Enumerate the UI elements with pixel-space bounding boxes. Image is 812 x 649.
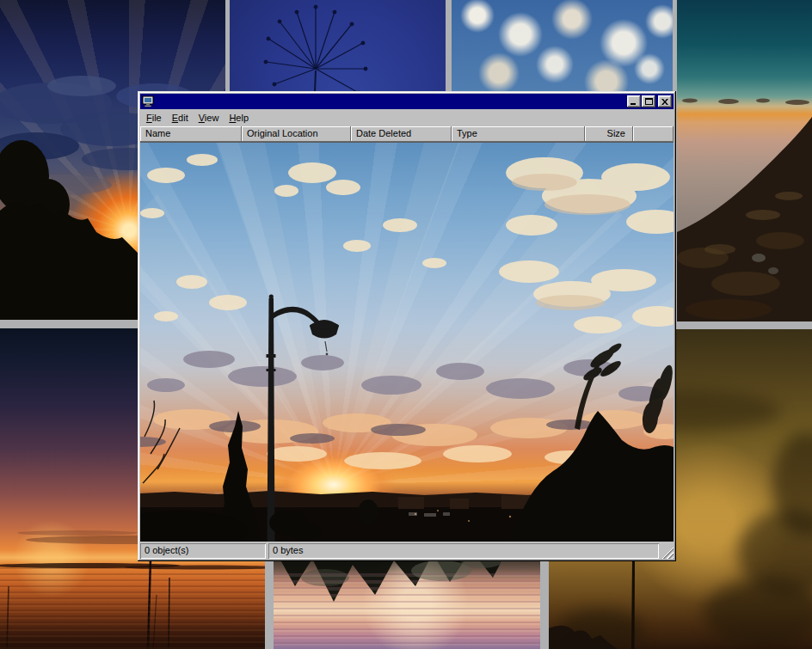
close-icon xyxy=(661,99,668,105)
column-header-size[interactable]: Size xyxy=(585,126,633,142)
resize-grip[interactable] xyxy=(661,547,674,559)
sunset-photo-art xyxy=(140,143,674,542)
computer-icon xyxy=(142,95,154,107)
status-bar: 0 object(s) 0 bytes xyxy=(140,542,674,559)
column-header-date-deleted[interactable]: Date Deleted xyxy=(351,126,452,142)
status-total-size: 0 bytes xyxy=(268,543,659,559)
desktop: File Edit View Help Name Original Locati… xyxy=(0,0,812,649)
column-header-original-location[interactable]: Original Location xyxy=(242,126,351,142)
minimize-button[interactable] xyxy=(627,95,641,107)
column-header-blank[interactable] xyxy=(633,126,674,142)
minimize-icon xyxy=(631,99,637,105)
hillside-silhouette xyxy=(677,0,812,321)
close-button[interactable] xyxy=(658,95,672,107)
status-object-count: 0 object(s) xyxy=(140,543,266,559)
column-header-type[interactable]: Type xyxy=(452,126,585,142)
wallpaper-tile-fog-hillside xyxy=(677,0,812,321)
list-column-headers: Name Original Location Date Deleted Type… xyxy=(140,126,674,143)
maximize-button[interactable] xyxy=(642,95,655,107)
menu-file[interactable]: File xyxy=(141,111,167,125)
menu-bar: File Edit View Help xyxy=(140,109,674,126)
menu-help[interactable]: Help xyxy=(224,111,254,125)
menu-view[interactable]: View xyxy=(194,111,225,125)
column-header-name[interactable]: Name xyxy=(140,126,242,142)
maximize-icon xyxy=(645,98,653,105)
list-view-sunset-photo[interactable] xyxy=(140,143,674,542)
menu-edit[interactable]: Edit xyxy=(167,111,194,125)
recycle-bin-window: File Edit View Help Name Original Locati… xyxy=(138,91,676,561)
titlebar[interactable] xyxy=(140,94,674,109)
